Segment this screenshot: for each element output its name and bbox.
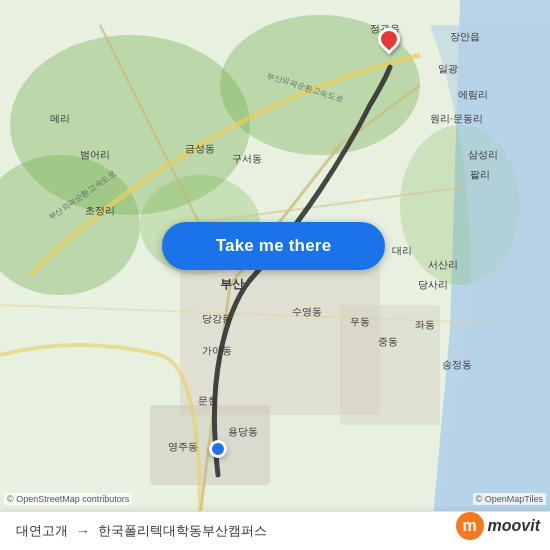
take-me-there-button[interactable]: Take me there [162,222,385,270]
destination-pin [378,28,400,53]
take-me-there-label: Take me there [216,236,332,256]
map-container: 정관읍 장안읍 일광 에림리 원리·문동리 삼성리 팔리 금성동 구서동 부산 … [0,0,550,550]
arrow-icon: → [76,523,90,539]
destination-label: 한국폴리텍대학동부산캠퍼스 [98,522,267,540]
openmaptiles-attribution: © OpenMapTiles [473,493,546,505]
origin-pin [209,440,227,458]
moovit-logo: m moovit [456,512,540,540]
bottom-bar: 대연고개 → 한국폴리텍대학동부산캠퍼스 m moovit [0,511,550,550]
origin-label: 대연고개 [16,522,68,540]
attribution: © OpenStreetMap contributors [4,493,132,505]
moovit-text: moovit [488,517,540,535]
moovit-icon: m [456,512,484,540]
